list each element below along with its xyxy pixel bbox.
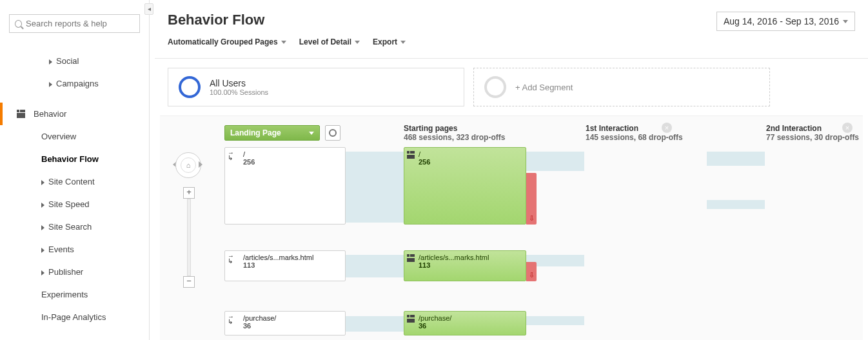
nav-experiments[interactable]: Experiments: [0, 283, 149, 306]
search-input[interactable]: [26, 19, 134, 28]
date-range-text: Aug 14, 2016 - Sep 13, 2016: [724, 16, 839, 26]
sidebar-collapse[interactable]: ◂: [144, 3, 153, 15]
chevron-down-icon: [400, 41, 406, 44]
label: Behavior: [34, 109, 66, 119]
col-sub: 468 sessions, 323 drop-offs: [404, 133, 505, 142]
dropoff-bar: ⇩: [526, 173, 537, 225]
caret-icon: [41, 248, 44, 253]
caret-icon: [41, 203, 44, 208]
toolbar: Automatically Grouped Pages Level of Det…: [155, 37, 868, 59]
add-segment-label: + Add Segment: [515, 83, 573, 92]
arrows-icon: →↳: [228, 254, 234, 264]
col-sub: 77 sessions, 30 drop-offs: [766, 133, 859, 142]
label: Site Content: [48, 177, 95, 186]
nav-next-icon[interactable]: [199, 161, 202, 168]
node-value: 36: [225, 322, 345, 332]
node-landing-purchase[interactable]: →↳ /purchase/ 36: [224, 311, 346, 335]
segment-text: All Users 100.00% Sessions: [210, 78, 268, 96]
zoom-control: + −: [183, 187, 195, 288]
nav-behavior[interactable]: Behavior: [0, 103, 149, 125]
caret-icon: [41, 270, 44, 275]
node-label: /articles/s...marks.html: [225, 251, 345, 261]
flow-link: [346, 255, 404, 277]
page-icon: [407, 315, 415, 323]
node-value: 113: [225, 261, 345, 272]
nav-social[interactable]: Social: [0, 50, 149, 72]
nav-campaigns[interactable]: Campaigns: [0, 72, 149, 95]
flow-link: [526, 316, 584, 325]
zoom-slider[interactable]: [187, 199, 191, 276]
nav-site-content[interactable]: Site Content: [0, 170, 149, 193]
node-label: /articles/s...marks.html: [404, 251, 526, 261]
nav-site-speed[interactable]: Site Speed: [0, 193, 149, 215]
nav-site-search[interactable]: Site Search: [0, 215, 149, 238]
node-value: 256: [225, 158, 345, 168]
label: Campaigns: [56, 79, 99, 88]
nav-behavior-flow[interactable]: Behavior Flow: [0, 148, 149, 170]
label: Landing Page: [230, 128, 281, 137]
export-dropdown[interactable]: Export: [373, 37, 406, 52]
node-landing-root[interactable]: →↳ / 256: [224, 147, 346, 225]
date-range-picker[interactable]: Aug 14, 2016 - Sep 13, 2016: [716, 12, 855, 31]
flow-link: [707, 200, 765, 209]
search-icon: [15, 20, 22, 28]
caret-icon: [49, 82, 52, 87]
add-segment-button[interactable]: + Add Segment: [473, 68, 770, 106]
segment-title: All Users: [210, 78, 268, 88]
grouped-pages-dropdown[interactable]: Automatically Grouped Pages: [168, 37, 286, 52]
dropoff-bar: ⇩: [526, 262, 537, 281]
caret-icon: [41, 180, 44, 185]
behavior-icon: [17, 110, 26, 119]
node-start-purchase[interactable]: /purchase/ 36 /purchase/ 69 /how/ 33 / 1…: [404, 311, 526, 335]
node-start-root[interactable]: / 256: [404, 147, 526, 225]
label: Experiments: [41, 290, 88, 299]
zoom-in-button[interactable]: +: [183, 187, 195, 199]
label: Behavior Flow: [41, 154, 99, 164]
nav-publisher[interactable]: Publisher: [0, 261, 149, 283]
arrows-icon: →↳: [228, 314, 234, 325]
flow-canvas: Landing Page Starting pages 468 sessions…: [160, 115, 863, 340]
label: Level of Detail: [299, 37, 351, 46]
dropoff-arrow-icon: ⇩: [529, 214, 535, 223]
landing-page-dropdown[interactable]: Landing Page: [224, 125, 320, 141]
segment-circle-icon: [179, 76, 201, 98]
page-title: Behavior Flow: [168, 12, 264, 28]
remove-column-2[interactable]: ×: [842, 123, 853, 133]
nav-events[interactable]: Events: [0, 238, 149, 261]
zoom-out-button[interactable]: −: [183, 276, 195, 288]
caret-icon: [41, 225, 44, 230]
segments-row: All Users 100.00% Sessions + Add Segment: [155, 59, 868, 115]
flow-link: [346, 152, 404, 223]
caret-icon: [49, 59, 52, 65]
col-sub: 145 sessions, 68 drop-offs: [586, 133, 683, 142]
main: Behavior Flow Aug 14, 2016 - Sep 13, 201…: [155, 0, 868, 340]
settings-button[interactable]: [325, 125, 340, 141]
label: Automatically Grouped Pages: [168, 37, 278, 46]
remove-column-1[interactable]: ×: [662, 123, 672, 133]
dropoff-arrow-icon: ⇩: [529, 271, 535, 279]
label: In-Page Analytics: [41, 312, 106, 322]
home-icon: ⌂: [181, 157, 196, 173]
label: Site Speed: [48, 199, 90, 209]
column-header-starting: Starting pages 468 sessions, 323 drop-of…: [404, 124, 505, 142]
node-label: /purchase/: [404, 312, 526, 322]
home-button[interactable]: ⌂: [175, 152, 201, 178]
arrows-icon: →↳: [228, 150, 234, 161]
label: Overview: [41, 132, 76, 141]
label: Social: [56, 56, 79, 66]
label: Events: [48, 245, 74, 254]
label: Export: [373, 37, 397, 46]
flow-link: [346, 316, 404, 332]
node-landing-articles[interactable]: →↳ /articles/s...marks.html 113: [224, 250, 346, 281]
nav-overview[interactable]: Overview: [0, 125, 149, 148]
node-start-articles[interactable]: /articles/s...marks.html 113: [404, 250, 526, 281]
chevron-down-icon: [843, 20, 848, 23]
nav-inpage[interactable]: In-Page Analytics: [0, 306, 149, 328]
flow-link: [526, 152, 584, 171]
segment-all-users[interactable]: All Users 100.00% Sessions: [168, 68, 464, 106]
segment-circle-icon: [484, 76, 506, 98]
node-label: /: [404, 148, 526, 158]
page-icon: [407, 254, 415, 262]
level-detail-dropdown[interactable]: Level of Detail: [299, 37, 360, 52]
flow-link: [707, 152, 765, 166]
